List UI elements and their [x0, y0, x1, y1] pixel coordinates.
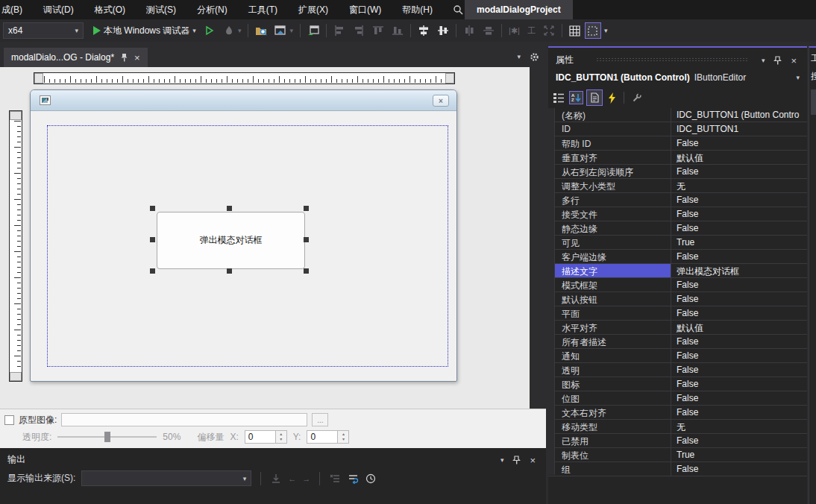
selection-handle[interactable]: [227, 268, 232, 274]
previous-message-icon[interactable]: ←: [288, 474, 296, 483]
property-value[interactable]: 默认值: [671, 151, 807, 164]
start-without-debugging-button[interactable]: [200, 22, 219, 40]
property-name[interactable]: 所有者描述: [555, 335, 671, 348]
offset-y-stepper[interactable]: 0 ▴▾: [307, 430, 349, 444]
dialog-close-button[interactable]: ×: [433, 95, 449, 107]
property-row[interactable]: 所有者描述False: [548, 335, 807, 349]
property-value[interactable]: False: [671, 349, 807, 362]
property-name[interactable]: (名称): [555, 108, 671, 122]
designed-button-control[interactable]: 弹出模态对话框: [157, 212, 305, 269]
property-row[interactable]: 图标False: [548, 377, 807, 391]
property-name[interactable]: 接受文件: [555, 207, 671, 221]
property-row[interactable]: (名称)IDC_BUTTON1 (Button Contro: [548, 108, 807, 122]
prototype-image-checkbox[interactable]: [4, 415, 14, 425]
property-value[interactable]: False: [671, 250, 807, 263]
selection-handle[interactable]: [304, 237, 309, 242]
property-value[interactable]: IDC_BUTTON1: [671, 122, 807, 136]
property-name[interactable]: 水平对齐: [555, 321, 671, 334]
property-value[interactable]: False: [671, 434, 807, 447]
property-value[interactable]: False: [671, 221, 807, 235]
categorized-icon[interactable]: [551, 92, 566, 104]
property-value[interactable]: 无: [671, 179, 807, 192]
property-name[interactable]: 默认按钮: [555, 292, 671, 306]
property-name[interactable]: 文本右对齐: [555, 406, 671, 419]
object-selector-dropdown[interactable]: IDC_BUTTON1 (Button Control) IButtonEdit…: [551, 69, 804, 86]
spinner-arrows-icon[interactable]: ▴▾: [276, 430, 287, 444]
hot-reload-button[interactable]: ▾: [219, 22, 245, 40]
property-value[interactable]: False: [671, 292, 807, 306]
property-name[interactable]: 帮助 ID: [555, 136, 671, 150]
menu-item[interactable]: 调试(D): [33, 0, 84, 19]
browse-button[interactable]: ...: [312, 413, 328, 426]
property-row[interactable]: 默认按钮False: [548, 292, 807, 306]
property-name[interactable]: 平面: [555, 306, 671, 320]
chevron-down-icon[interactable]: ▾: [604, 27, 608, 34]
property-pages-button[interactable]: [586, 89, 603, 106]
property-row[interactable]: 客户端边缘False: [548, 250, 807, 264]
property-name[interactable]: 通知: [555, 349, 671, 362]
property-name[interactable]: 制表位: [555, 448, 671, 462]
property-row[interactable]: 帮助 IDFalse: [548, 136, 807, 151]
window-house-button[interactable]: ▾: [271, 22, 297, 40]
center-vertical-button[interactable]: [414, 22, 433, 40]
word-wrap-icon[interactable]: [347, 473, 359, 485]
property-value[interactable]: False: [671, 207, 807, 221]
property-value[interactable]: 默认值: [671, 321, 807, 334]
property-name[interactable]: 从右到左阅读顺序: [555, 165, 671, 178]
property-name[interactable]: 多行: [555, 193, 671, 207]
property-value[interactable]: False: [671, 462, 807, 476]
property-row[interactable]: 可见True: [548, 236, 807, 250]
property-row[interactable]: 垂直对齐默认值: [548, 151, 807, 165]
same-width-button[interactable]: |✱|: [505, 22, 524, 40]
property-name[interactable]: ID: [555, 122, 671, 136]
offset-x-value[interactable]: 0: [245, 430, 276, 444]
close-icon[interactable]: ×: [134, 52, 140, 63]
property-value[interactable]: True: [671, 236, 807, 249]
selection-handle[interactable]: [150, 237, 155, 242]
property-row[interactable]: 调整大小类型无: [548, 179, 807, 193]
start-debugging-button[interactable]: 本地 Windows 调试器 ▾: [90, 22, 200, 40]
selection-handle[interactable]: [150, 206, 155, 211]
property-value[interactable]: False: [671, 335, 807, 348]
property-value[interactable]: False: [671, 391, 807, 405]
property-value[interactable]: False: [671, 363, 807, 377]
menu-item[interactable]: 帮助(H): [392, 0, 443, 19]
property-name[interactable]: 可见: [555, 236, 671, 249]
menu-item[interactable]: 成(B): [0, 0, 33, 19]
property-name[interactable]: 描述文字: [555, 264, 671, 277]
property-row[interactable]: 透明False: [548, 363, 807, 377]
menu-item[interactable]: 分析(N): [186, 0, 238, 19]
property-row[interactable]: 制表位True: [548, 448, 807, 462]
property-value[interactable]: False: [671, 377, 807, 391]
property-name[interactable]: 静态边缘: [555, 221, 671, 235]
project-name-button[interactable]: modalDialogProject: [465, 0, 573, 19]
center-horizontal-button[interactable]: [433, 22, 453, 40]
property-value[interactable]: False: [671, 193, 807, 207]
property-value[interactable]: False: [671, 278, 807, 292]
property-value[interactable]: True: [671, 448, 807, 462]
close-icon[interactable]: ×: [791, 55, 797, 66]
alphabetical-sort-button[interactable]: AZ: [569, 91, 583, 104]
spinner-arrows-icon[interactable]: ▴▾: [338, 430, 349, 444]
align-tops-button[interactable]: [368, 22, 388, 40]
dialog-editor-canvas[interactable]: × 弹出模态对话框 ▲ ▼: [0, 67, 530, 409]
property-row[interactable]: 文本右对齐False: [548, 406, 807, 420]
prototype-image-field[interactable]: [61, 413, 307, 426]
align-rights-button[interactable]: [349, 22, 368, 40]
chevron-down-icon[interactable]: ▾: [762, 57, 765, 64]
property-row[interactable]: 平面False: [548, 306, 807, 321]
property-row[interactable]: 模式框架False: [548, 278, 807, 292]
clear-all-icon[interactable]: [329, 473, 341, 485]
space-across-button[interactable]: [459, 22, 479, 40]
slider-thumb[interactable]: [104, 432, 110, 442]
menu-item[interactable]: 格式(O): [84, 0, 136, 19]
property-row[interactable]: 位图False: [548, 391, 807, 406]
property-row[interactable]: 静态边缘False: [548, 221, 807, 236]
chevron-down-icon[interactable]: ▾: [517, 53, 521, 60]
configuration-dropdown[interactable]: x64 ▾: [3, 22, 84, 39]
toggle-guides-button[interactable]: [585, 22, 601, 39]
selection-handle[interactable]: [304, 206, 309, 211]
property-name[interactable]: 调整大小类型: [555, 179, 671, 192]
offset-x-stepper[interactable]: 0 ▴▾: [245, 430, 287, 444]
close-icon[interactable]: ×: [530, 455, 536, 466]
